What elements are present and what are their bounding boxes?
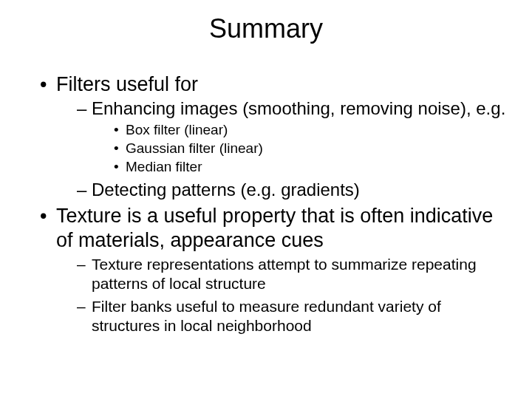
bullet-lvl2: Texture representations attempt to summa… bbox=[77, 255, 510, 294]
bullet-text: Detecting patterns (e.g. gradients) bbox=[92, 180, 360, 200]
bullet-text: Filter banks useful to measure redundant… bbox=[92, 298, 441, 334]
bullet-text: Filters useful for bbox=[56, 73, 198, 95]
bullet-text: Texture is a useful property that is oft… bbox=[56, 205, 493, 250]
bullet-list-lvl1: Filters useful for Enhancing images (smo… bbox=[22, 72, 510, 335]
slide-title: Summary bbox=[22, 13, 510, 44]
slide: Summary Filters useful for Enhancing ima… bbox=[0, 0, 532, 399]
bullet-list-lvl2: Enhancing images (smoothing, removing no… bbox=[56, 98, 510, 201]
bullet-text: Median filter bbox=[126, 159, 202, 174]
bullet-text: Gaussian filter (linear) bbox=[126, 140, 263, 156]
bullet-lvl3: Median filter bbox=[114, 158, 510, 177]
bullet-lvl3: Gaussian filter (linear) bbox=[114, 140, 510, 158]
bullet-lvl2: Detecting patterns (e.g. gradients) bbox=[77, 179, 510, 201]
bullet-lvl1: Filters useful for Enhancing images (smo… bbox=[40, 72, 510, 201]
bullet-text: Texture representations attempt to summa… bbox=[92, 256, 477, 292]
bullet-lvl2: Filter banks useful to measure redundant… bbox=[77, 297, 510, 336]
bullet-lvl3: Box filter (linear) bbox=[114, 121, 510, 140]
bullet-text: Enhancing images (smoothing, removing no… bbox=[92, 98, 505, 118]
bullet-lvl1: Texture is a useful property that is oft… bbox=[40, 204, 510, 335]
bullet-list-lvl2: Texture representations attempt to summa… bbox=[56, 255, 510, 335]
bullet-text: Box filter (linear) bbox=[126, 122, 228, 137]
bullet-lvl2: Enhancing images (smoothing, removing no… bbox=[77, 98, 510, 176]
bullet-list-lvl3: Box filter (linear) Gaussian filter (lin… bbox=[92, 121, 510, 176]
